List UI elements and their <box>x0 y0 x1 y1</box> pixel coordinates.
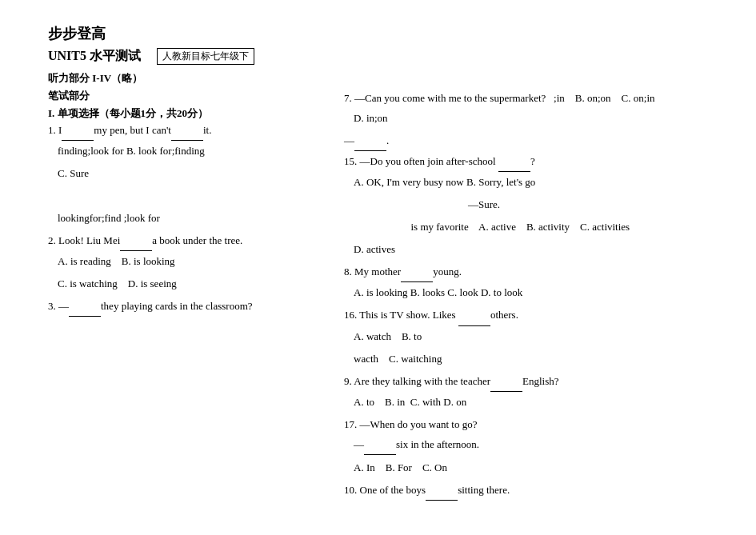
title-main: 步步登高 <box>48 24 708 43</box>
q1-blank1 <box>62 121 94 141</box>
q2-ans1: A. is reading B. is looking <box>48 252 320 271</box>
title-sub-row: UNIT5 水平测试 人教新目标七年级下 <box>48 48 708 65</box>
q16-text: 16. This is TV show. Likes others. <box>344 305 708 325</box>
section1-title: I. 单项选择（每小题1分，共20分） <box>48 106 320 121</box>
q9-ans: A. to B. in C. with D. on <box>344 393 708 412</box>
q15-d: D. actives <box>344 240 708 259</box>
q17-text: 17. —When do you want to go? <box>344 415 708 434</box>
q1-ans1: finding;look for B. look for;finding <box>48 142 320 161</box>
q8-ans: A. is looking B. looks C. look D. to loo… <box>344 283 708 302</box>
q8-text: 8. My mother young. <box>344 262 708 282</box>
q17-ans: A. In B. For C. On <box>344 458 708 477</box>
q17-blank: — six in the afternoon. <box>344 435 708 455</box>
q1-blank2 <box>171 121 203 141</box>
q15-is-fav: is my favorite A. active B. activity C. … <box>344 218 708 237</box>
q7-text: 7. —Can you come with me to the supermar… <box>344 89 708 108</box>
q2-text: 2. Look! Liu Mei a book under the tree. <box>48 231 320 251</box>
q3-text: 3. — they playing cards in the classroom… <box>48 297 320 317</box>
q1-text: 1. I my pen, but I can't it. <box>48 121 320 141</box>
badge: 人教新目标七年级下 <box>157 48 254 65</box>
q2-ans2: C. is watching D. is seeing <box>48 274 320 293</box>
q15-ans-line1: A. OK, I'm very busy now B. Sorry, let's… <box>344 173 708 192</box>
q16-blank <box>458 305 490 325</box>
q15-blank <box>498 152 530 172</box>
q16-ans2: wacth C. waitching <box>344 349 708 369</box>
subtitle: UNIT5 水平测试 <box>48 48 141 65</box>
q16-ans1: A. watch B. to <box>344 327 708 346</box>
left-column: 笔试部分 I. 单项选择（每小题1分，共20分） 1. I my pen, bu… <box>48 89 320 501</box>
writing-label: 笔试部分 <box>48 89 320 103</box>
blank-answer <box>354 131 386 151</box>
listening-label: 听力部分 I-IV（略） <box>48 71 708 86</box>
q10-text: 10. One of the boys sitting there. <box>344 481 708 501</box>
q1-ans4: lookingfor;find ;look for <box>48 209 320 228</box>
right-column: 7. —Can you come with me to the supermar… <box>344 89 708 501</box>
q3-blank <box>69 297 101 317</box>
q8-blank <box>401 262 433 282</box>
main-layout: 笔试部分 I. 单项选择（每小题1分，共20分） 1. I my pen, bu… <box>48 89 708 501</box>
q1-ans3 <box>48 186 320 206</box>
q7-ans: D. in;on <box>344 109 708 128</box>
q9-blank <box>490 372 522 392</box>
q17-blank-span <box>364 435 396 455</box>
page-container: 步步登高 UNIT5 水平测试 人教新目标七年级下 听力部分 I-IV（略） 笔… <box>48 24 708 501</box>
q15-text: 15. —Do you often join after-school ? <box>344 152 708 172</box>
q2-blank <box>120 231 152 251</box>
q1-num: 1. I <box>48 124 62 136</box>
q-blank-align: — . <box>344 131 708 151</box>
q10-blank <box>426 481 458 501</box>
q9-text: 9. Are they talking with the teacher Eng… <box>344 372 708 392</box>
q1-ans2: C. Sure <box>48 164 320 183</box>
q15-ans-sure: —Sure. <box>344 195 708 214</box>
